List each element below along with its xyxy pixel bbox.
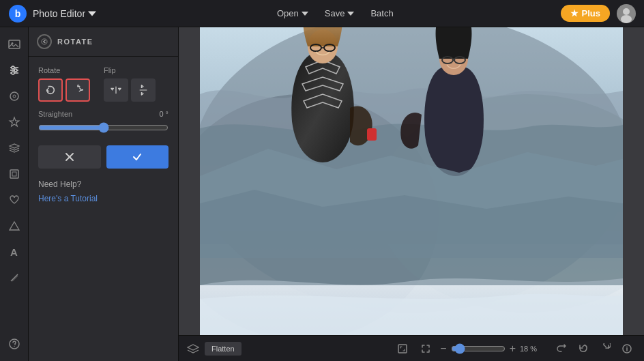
tool-panel-title: ROTATE: [57, 38, 93, 46]
plus-button[interactable]: ★ Plus: [561, 5, 610, 22]
info-icon: [621, 343, 632, 354]
tool-panel-back-button[interactable]: [37, 34, 52, 49]
photo-canvas: [200, 27, 623, 335]
cancel-button[interactable]: [38, 145, 101, 169]
save-chevron-icon: [347, 10, 354, 17]
sidebar-item-photo[interactable]: [3, 33, 26, 56]
zoom-slider[interactable]: [451, 343, 506, 354]
action-row: [38, 145, 169, 169]
app-logo[interactable]: b: [8, 4, 27, 23]
sidebar-item-frames[interactable]: [3, 162, 26, 186]
svg-point-4: [621, 15, 632, 23]
app-title[interactable]: Photo Editor: [33, 8, 96, 19]
save-button[interactable]: Save: [318, 5, 362, 21]
svg-point-12: [12, 72, 14, 74]
straighten-value: 0 °: [159, 110, 169, 118]
sidebar-item-layers[interactable]: [3, 136, 26, 160]
sidebar-item-edit[interactable]: [3, 59, 26, 82]
flip-vertical-button[interactable]: [131, 78, 156, 102]
rotate-ccw-icon: [45, 85, 56, 96]
flip-label: Flip: [104, 66, 156, 74]
fullscreen-icon: [420, 343, 431, 354]
batch-button[interactable]: Batch: [364, 5, 400, 21]
photo-icon: [8, 38, 20, 50]
help-tutorial-link[interactable]: Here's a Tutorial: [38, 194, 98, 203]
back-icon: [41, 38, 48, 45]
flip-h-icon: [111, 85, 121, 96]
tool-panel: ROTATE Rotate: [29, 27, 179, 361]
sidebar-item-templates[interactable]: [3, 111, 26, 134]
canvas-area: Flatten − +: [179, 27, 644, 361]
svg-text:b: b: [15, 8, 21, 19]
sidebar-item-shapes[interactable]: [3, 214, 26, 237]
rotate-cw-button[interactable]: [65, 78, 90, 102]
rotate-btn-group: [38, 78, 90, 102]
topbar-nav: Open Save Batch: [270, 5, 400, 21]
sidebar-item-text[interactable]: A: [3, 240, 26, 263]
rotate-label: Rotate: [38, 66, 90, 74]
share-button[interactable]: [553, 340, 570, 358]
straighten-slider[interactable]: [38, 122, 169, 133]
undo-icon: [578, 343, 589, 354]
svg-point-20: [10, 339, 19, 349]
confirm-icon: [132, 152, 142, 162]
sidebar-item-scratch[interactable]: [3, 266, 26, 289]
topbar: b Photo Editor Open Save Batch ★ Plus: [0, 0, 644, 27]
frames-icon: [8, 168, 20, 180]
redo-button[interactable]: [596, 340, 614, 358]
topbar-right: ★ Plus: [561, 4, 636, 23]
svg-rect-15: [10, 170, 18, 178]
sidebar-item-help[interactable]: [3, 332, 26, 356]
plus-star-icon: ★: [570, 8, 579, 18]
help-title: Need Help?: [38, 179, 169, 189]
svg-point-43: [626, 346, 628, 347]
bottom-right-buttons: [553, 340, 636, 358]
cancel-icon: [65, 152, 74, 162]
tool-panel-content: Rotate: [29, 57, 178, 361]
expand-icon: [397, 343, 408, 354]
rotate-flip-row: Rotate: [38, 66, 169, 102]
svg-point-11: [14, 69, 17, 72]
avatar[interactable]: [617, 4, 636, 23]
rotate-section: Rotate: [38, 66, 90, 102]
expand-button[interactable]: [394, 340, 411, 358]
heart-icon: [8, 194, 20, 206]
shapes-icon: [8, 220, 20, 232]
sidebar-item-effects[interactable]: [3, 85, 26, 108]
undo-button[interactable]: [574, 340, 592, 358]
zoom-minus-button[interactable]: −: [440, 343, 446, 355]
layers-stack-icon: [187, 344, 199, 353]
svg-line-24: [44, 42, 46, 43]
flatten-button[interactable]: Flatten: [205, 342, 241, 356]
svg-rect-16: [12, 172, 16, 176]
text-tool-label: A: [10, 246, 18, 258]
edit-sliders-icon: [8, 64, 20, 76]
info-button[interactable]: [618, 340, 636, 358]
bottom-bar: Flatten − +: [179, 335, 644, 361]
rotate-ccw-button[interactable]: [38, 78, 63, 102]
straighten-label: Straighten: [38, 110, 72, 118]
main-area: A ROTATE: [0, 27, 644, 361]
svg-point-14: [13, 95, 16, 98]
confirm-button[interactable]: [106, 145, 169, 169]
svg-marker-17: [10, 222, 19, 230]
open-chevron-icon: [302, 10, 308, 17]
zoom-controls: − + 18 %: [440, 343, 542, 355]
svg-rect-40: [398, 345, 407, 353]
layers-bottom-icon[interactable]: [187, 344, 199, 353]
zoom-plus-button[interactable]: +: [510, 343, 516, 355]
open-button[interactable]: Open: [270, 5, 315, 21]
star-icon: [8, 116, 20, 128]
rotate-cw-icon: [72, 85, 83, 96]
sidebar-item-favorites[interactable]: [3, 188, 26, 212]
photo-svg: [200, 27, 623, 335]
svg-point-3: [623, 8, 630, 15]
straighten-row: Straighten 0 °: [38, 110, 169, 136]
help-circle-icon: [8, 338, 20, 350]
svg-point-10: [12, 66, 14, 69]
effects-icon: [8, 90, 20, 102]
fullscreen-button[interactable]: [417, 340, 435, 358]
svg-point-21: [14, 346, 14, 347]
svg-point-22: [42, 39, 47, 44]
flip-horizontal-button[interactable]: [104, 78, 128, 102]
